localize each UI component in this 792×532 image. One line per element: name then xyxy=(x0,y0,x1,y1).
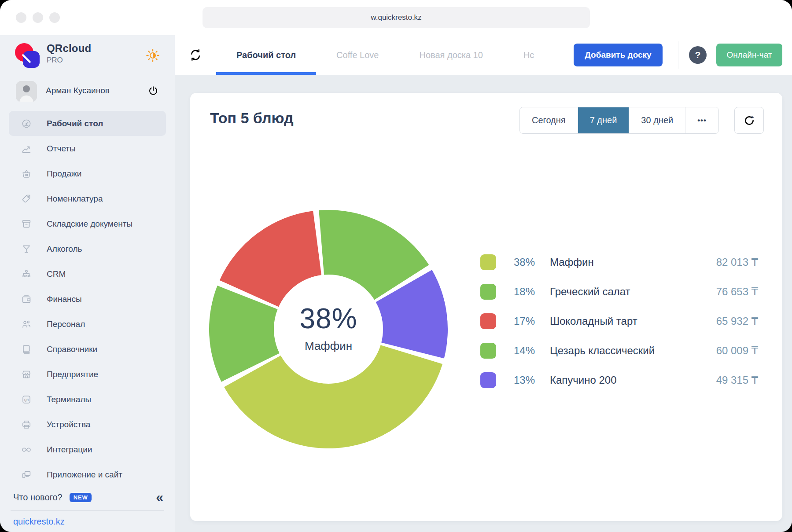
sidebar-item-sales[interactable]: Продажи xyxy=(9,161,166,186)
board-tabs: Рабочий столCoffe LoveНовая доска 10Нс xyxy=(216,35,574,75)
sidebar-divider xyxy=(11,510,164,511)
legend-percent: 14% xyxy=(514,345,541,357)
online-chat-button[interactable]: Онлайн-чат xyxy=(716,44,782,66)
sidebar-item-label: CRM xyxy=(47,269,66,279)
theme-brightness-icon[interactable] xyxy=(146,48,160,62)
book-icon xyxy=(21,344,32,355)
sidebar-item-label: Рабочий стол xyxy=(47,119,103,128)
sidebar-item-label: Финансы xyxy=(47,294,82,304)
sidebar-item-label: Справочники xyxy=(47,345,97,354)
dashboard-main: Топ 5 блюд Сегодня7 дней30 дней••• 38% М… xyxy=(175,75,792,532)
sidebar-item-label: Приложение и сайт xyxy=(47,470,122,480)
legend-percent: 13% xyxy=(514,374,541,386)
tag-icon xyxy=(21,194,32,204)
sidebar-item-label: Номенклатура xyxy=(47,194,103,204)
sidebar-item-book[interactable]: Справочники xyxy=(9,337,166,362)
logout-power-icon[interactable] xyxy=(147,85,159,97)
donut-slice-3[interactable] xyxy=(220,211,321,307)
sidebar-item-integrations[interactable]: Интеграции xyxy=(9,437,166,462)
sales-icon xyxy=(21,169,32,179)
legend-dish-name: Цезарь классический xyxy=(550,345,655,357)
site-link[interactable]: quickresto.kz xyxy=(13,517,65,527)
board-tab-2[interactable]: Coffe Love xyxy=(316,35,399,75)
period-selector: Сегодня7 дней30 дней••• xyxy=(519,107,719,134)
sidebar-item-label: Предприятие xyxy=(47,370,98,379)
period-button-2[interactable]: 7 дней xyxy=(578,107,630,133)
logo-blue-square xyxy=(23,51,40,68)
legend-row-1[interactable]: 38%Маффин82 013 ₸ xyxy=(480,253,758,272)
sidebar-item-crm[interactable]: CRM xyxy=(9,261,166,286)
new-badge: NEW xyxy=(70,493,92,502)
sidebar-item-staff[interactable]: Персонал xyxy=(9,312,166,337)
legend-row-5[interactable]: 13%Капучино 20049 315 ₸ xyxy=(480,371,758,390)
legend-dish-name: Маффин xyxy=(550,256,594,268)
warehouse-icon xyxy=(21,219,32,229)
board-tab-1[interactable]: Рабочий стол xyxy=(216,35,316,75)
avatar xyxy=(16,81,37,102)
sidebar-item-dashboard[interactable]: Рабочий стол xyxy=(9,111,166,136)
integrations-icon xyxy=(21,444,32,455)
alcohol-icon xyxy=(21,244,32,254)
sidebar-item-reports[interactable]: Отчеты xyxy=(9,136,166,161)
sidebar-item-warehouse[interactable]: Складские документы xyxy=(9,211,166,236)
legend-amount: 49 315 ₸ xyxy=(716,374,758,386)
logo-row: QRcloud PRO xyxy=(0,35,175,76)
finance-icon xyxy=(21,294,32,305)
sidebar-item-app-site[interactable]: Приложение и сайт xyxy=(9,462,166,487)
top-dishes-widget: Топ 5 блюд Сегодня7 дней30 дней••• 38% М… xyxy=(190,93,782,521)
legend-amount: 65 932 ₸ xyxy=(716,315,758,327)
period-button-1[interactable]: Сегодня xyxy=(520,107,578,133)
staff-icon xyxy=(21,319,32,330)
help-question-icon: ? xyxy=(695,50,701,60)
legend-dish-name: Греческий салат xyxy=(550,286,630,298)
sidebar-item-tag[interactable]: Номенклатура xyxy=(9,186,166,211)
legend-amount: 82 013 ₸ xyxy=(716,256,758,268)
sidebar-item-enterprise[interactable]: Предприятие xyxy=(9,362,166,387)
sidebar-item-alcohol[interactable]: Алкоголь xyxy=(9,236,166,261)
sync-boards-button[interactable] xyxy=(175,35,216,75)
app-site-icon xyxy=(21,470,32,480)
help-button[interactable]: ? xyxy=(689,46,707,64)
sidebar-item-finance[interactable]: Финансы xyxy=(9,286,166,312)
legend-percent: 18% xyxy=(514,286,541,298)
brand-name: QRcloud xyxy=(47,42,91,55)
refresh-widget-button[interactable] xyxy=(734,107,764,134)
url-bar[interactable]: w.quickresto.kz xyxy=(203,7,590,28)
dashboard-icon xyxy=(21,118,32,129)
window-close-button[interactable] xyxy=(16,12,26,23)
legend-row-2[interactable]: 18%Греческий салат76 653 ₸ xyxy=(480,282,758,301)
qrcloud-logo xyxy=(15,43,40,68)
tabbar-divider-2 xyxy=(678,41,678,69)
sidebar-nav: Рабочий столОтчетыПродажиНоменклатураСкл… xyxy=(9,111,166,487)
period-button-3[interactable]: 30 дней xyxy=(629,107,685,133)
legend-row-3[interactable]: 17%Шоколадный тарт65 932 ₸ xyxy=(480,312,758,331)
sidebar-item-terminal[interactable]: QRТерминалы xyxy=(9,387,166,412)
chart-legend: 38%Маффин82 013 ₸18%Греческий салат76 65… xyxy=(480,253,758,390)
whats-new-link[interactable]: Что нового? xyxy=(13,492,63,503)
add-board-button[interactable]: Добавить доску xyxy=(574,44,663,66)
svg-text:QR: QR xyxy=(24,398,29,401)
sidebar-item-label: Терминалы xyxy=(47,395,91,404)
brand-plan: PRO xyxy=(47,56,91,65)
legend-swatch xyxy=(480,313,496,329)
board-tab-4[interactable]: Нс xyxy=(503,35,554,75)
legend-row-4[interactable]: 14%Цезарь классический60 009 ₸ xyxy=(480,341,758,360)
period-button-4[interactable]: ••• xyxy=(685,107,718,133)
browser-chrome: w.quickresto.kz xyxy=(0,0,792,35)
sidebar-item-devices[interactable]: Устройства xyxy=(9,412,166,437)
donut-svg xyxy=(205,206,452,452)
crm-icon xyxy=(21,269,32,279)
legend-dish-name: Шоколадный тарт xyxy=(550,315,637,327)
browser-window: w.quickresto.kz QRcloud PRO xyxy=(0,0,792,532)
sidebar-item-label: Персонал xyxy=(47,319,85,329)
user-profile[interactable]: Арман Кусаинов xyxy=(0,79,175,106)
board-tab-3[interactable]: Новая доска 10 xyxy=(399,35,503,75)
boards-tabbar: Рабочий столCoffe LoveНовая доска 10Нс Д… xyxy=(175,35,792,75)
devices-icon xyxy=(21,419,32,430)
sidebar-item-label: Складские документы xyxy=(47,219,133,229)
window-zoom-button[interactable] xyxy=(49,12,60,23)
user-name: Арман Кусаинов xyxy=(46,86,110,95)
window-minimize-button[interactable] xyxy=(33,12,43,23)
collapse-sidebar-icon[interactable]: « xyxy=(156,491,163,504)
legend-swatch xyxy=(480,284,496,300)
